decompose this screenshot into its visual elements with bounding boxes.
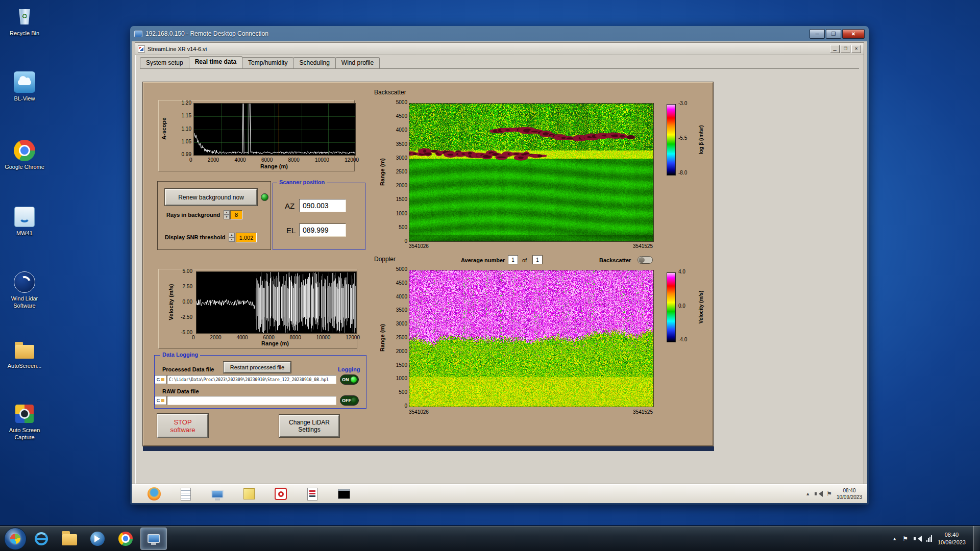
el-label: EL [286,226,296,235]
tab-temp-humidity[interactable]: Temp/humidity [242,57,293,68]
mw41-icon [13,205,36,229]
desktop-icon-autoscreen[interactable]: AutoScreen... [1,338,48,370]
tick: 6000 [263,335,274,340]
tab-system-setup[interactable]: System setup [140,57,189,68]
stop-software-button[interactable]: STOP software [157,414,208,438]
snr-spinner[interactable]: ▲▼ [229,233,235,242]
action-center-flag-icon[interactable]: ⚑ [902,535,908,542]
desktop-icon-auto-screen-capture[interactable]: Auto Screen Capture [1,402,48,441]
tick: 2.50 [183,284,192,289]
tab-wind-profile[interactable]: Wind profile [335,57,380,68]
auto-screen-capture-icon [13,402,36,425]
desktop-icon-recycle-bin[interactable]: ♻ Recycle Bin [1,5,48,37]
scanner-position-group [273,183,365,250]
stop-line2: software [170,426,195,434]
taskbar-chrome[interactable] [112,528,139,550]
quicklaunch-terminal-icon[interactable] [337,487,351,501]
bl-view-icon [13,70,36,94]
raw-drive-selector[interactable]: C [155,396,166,405]
az-value-field[interactable]: 090.003 [299,199,346,212]
change-lidar-settings-button[interactable]: Change LiDAR Settings [279,415,339,437]
average-count-field[interactable]: 1 [532,255,543,264]
app-window-title: StreamLine XR v14-6.vi [148,46,207,52]
renew-background-button[interactable]: Renew background now [165,189,257,206]
host-clock[interactable]: 08:40 10/09/2023 [938,531,966,546]
tick: 4.0 [678,269,685,274]
internet-explorer-icon [35,532,48,545]
doppler-colorbar-label: Velocity (m/s) [698,291,704,323]
desktop-icon-bl-view[interactable]: BL-View [1,70,48,103]
ascope-y-ticks: 1.20 1.15 1.10 1.05 0.99 [172,101,191,157]
tick: 0.0 [678,304,685,309]
volume-icon[interactable] [914,536,921,542]
rdp-titlebar[interactable]: 192.168.0.150 - Remote Desktop Connectio… [130,26,869,41]
velocity-x-ticks: 0 2000 4000 6000 8000 10000 12000 [192,335,360,340]
doppler-x-end: 3541525 [633,409,653,415]
rdp-maximize-button[interactable]: ❐ [826,29,841,39]
on-label: ON [342,377,349,382]
processed-path-input[interactable] [167,375,336,384]
remote-hidden-icons-arrow[interactable]: ▲ [805,491,810,496]
velocity-y-ticks: 5.00 2.50 0.00 -2.50 -5.00 [173,269,192,335]
tick: 4000 [396,294,407,299]
backscatter-colorbar [667,104,676,176]
tick: 1000 [396,211,407,216]
remote-clock[interactable]: 08:40 10/09/2023 [837,487,862,500]
tab-scheduling[interactable]: Scheduling [293,57,335,68]
desktop-icon-google-chrome[interactable]: Google Chrome [1,139,48,171]
snr-value-field[interactable]: 1.002 [236,233,257,242]
tick: 2500 [396,169,407,174]
tab-real-time-data[interactable]: Real time data [189,56,242,68]
el-value-field[interactable]: 089.999 [299,223,346,237]
rdp-close-button[interactable]: ✕ [842,29,865,39]
quicklaunch-sticky-notes-icon[interactable] [242,487,256,501]
taskbar-media-player[interactable] [84,528,111,550]
desktop-icon-wind-lidar[interactable]: Wind Lidar Software [1,270,48,310]
tick: 0 [404,404,407,409]
quicklaunch-power-icon[interactable] [274,487,288,501]
show-desktop-button[interactable] [973,526,980,551]
app-titlebar[interactable]: StreamLine XR v14-6.vi ▁ ❐ ✕ [135,43,864,55]
hidden-icons-arrow[interactable]: ▲ [892,536,897,541]
taskbar-remote-desktop-active[interactable] [140,528,167,550]
tick: -2.50 [181,315,192,320]
tick: 500 [399,390,407,395]
rdp-client-area: StreamLine XR v14-6.vi ▁ ❐ ✕ System setu… [132,41,867,503]
processed-logging-led[interactable]: ON [340,374,359,385]
start-button[interactable] [4,528,27,550]
tick: 8000 [290,335,301,340]
app-minimize-button[interactable]: ▁ [830,45,840,53]
rays-value-field[interactable]: 8 [230,210,242,219]
average-number-field[interactable]: 1 [508,255,518,264]
rays-spinner[interactable]: ▲▼ [224,210,230,219]
ascope-x-axis-label: Range (m) [260,163,288,169]
remote-flag-icon[interactable]: ⚑ [826,490,832,497]
desktop-icon-label: Recycle Bin [1,30,48,37]
restart-processed-file-button[interactable]: Restart processed file [224,362,291,373]
backscatter-toggle-switch[interactable] [638,256,653,264]
tick: 4500 [396,281,407,286]
app-window: StreamLine XR v14-6.vi ▁ ❐ ✕ System setu… [135,42,864,484]
quicklaunch-firefox-icon[interactable] [147,487,161,501]
desktop-icon-mw41[interactable]: MW41 [1,205,48,237]
data-logging-title: Data Logging [160,352,200,358]
tick: 1.10 [182,127,191,132]
app-restore-button[interactable]: ❐ [841,45,850,53]
raw-path-input[interactable] [167,396,336,405]
tick: 1500 [396,197,407,202]
tick: 5000 [396,267,407,272]
quicklaunch-notepad-icon[interactable] [179,487,193,501]
remote-volume-icon[interactable] [815,491,822,497]
app-close-button[interactable]: ✕ [851,45,861,53]
backscatter-colorbar-label: log β (/m/sr) [698,125,704,154]
quicklaunch-xr-document-icon[interactable] [305,487,320,501]
tick: 4500 [396,114,407,119]
rdp-minimize-button[interactable]: ─ [810,29,825,39]
backscatter-title: Backscatter [374,89,406,96]
taskbar-internet-explorer[interactable] [28,528,55,550]
quicklaunch-remote-desktop-icon[interactable] [210,487,225,501]
taskbar-windows-explorer[interactable] [56,528,83,550]
network-icon[interactable] [926,535,932,542]
raw-logging-led[interactable]: OFF [340,395,359,406]
processed-drive-selector[interactable]: C [155,375,166,384]
